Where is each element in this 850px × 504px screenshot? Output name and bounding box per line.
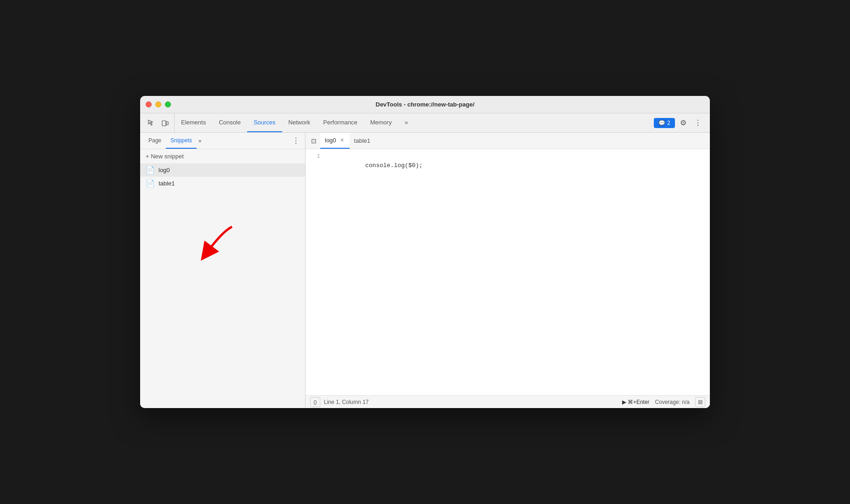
- sidebar-tab-snippets[interactable]: Snippets: [166, 133, 197, 149]
- line-numbers: 1: [306, 149, 324, 395]
- tab-performance[interactable]: Performance: [317, 113, 363, 132]
- editor-tab-bar: ⊡ log0 ✕ table1: [306, 133, 710, 149]
- sidebar-tab-page[interactable]: Page: [144, 133, 166, 149]
- editor-tab-label-log0: log0: [325, 137, 336, 144]
- more-options-button[interactable]: ⋮: [691, 117, 704, 129]
- sidebar-menu-button[interactable]: ⋮: [290, 135, 301, 146]
- code-editor[interactable]: 1 console.log($0);: [306, 149, 710, 395]
- snippet-name-table1: table1: [159, 180, 175, 187]
- sidebar: Page Snippets » ⋮ + New snippet 📄 log0 📄…: [140, 133, 306, 408]
- snippet-icon-table1: 📄: [146, 179, 155, 188]
- sidebar-tab-bar: Page Snippets » ⋮: [140, 133, 305, 149]
- minimize-button[interactable]: [155, 101, 161, 107]
- tab-elements[interactable]: Elements: [175, 113, 212, 132]
- status-bar-left: {} Line 1, Column 17: [310, 397, 368, 407]
- window-title: DevTools - chrome://new-tab-page/: [375, 101, 474, 108]
- main-tabs: Elements Console Sources Network Perform…: [175, 113, 650, 132]
- snippet-item-table1[interactable]: 📄 table1: [140, 177, 305, 190]
- line-number-1: 1: [306, 152, 320, 161]
- titlebar: DevTools - chrome://new-tab-page/: [140, 96, 710, 113]
- close-button[interactable]: [146, 101, 152, 107]
- tab-network[interactable]: Network: [282, 113, 317, 132]
- tab-sources[interactable]: Sources: [247, 113, 282, 132]
- code-line-1: console.log($0);: [365, 162, 423, 169]
- main-content: Page Snippets » ⋮ + New snippet 📄 log0 📄…: [140, 133, 710, 408]
- editor-tab-log0[interactable]: log0 ✕: [320, 133, 350, 149]
- editor-tab-close-log0[interactable]: ✕: [339, 137, 345, 144]
- maximize-button[interactable]: [165, 101, 171, 107]
- traffic-lights: [146, 101, 171, 107]
- run-button[interactable]: ▶ ⌘+Enter: [622, 399, 650, 405]
- status-bar-right: ▶ ⌘+Enter Coverage: n/a ▤: [622, 397, 705, 407]
- editor-tab-label-table1: table1: [354, 137, 370, 144]
- tab-console[interactable]: Console: [212, 113, 247, 132]
- chat-icon: 💬: [658, 120, 665, 126]
- toc-button[interactable]: ▤: [695, 397, 705, 407]
- sidebar-tab-more[interactable]: »: [197, 138, 204, 144]
- editor-toggle-button[interactable]: ⊡: [307, 134, 320, 147]
- cursor-position: Line 1, Column 17: [324, 399, 368, 405]
- snippet-icon-log0: 📄: [146, 166, 155, 174]
- status-bar: {} Line 1, Column 17 ▶ ⌘+Enter Coverage:…: [306, 395, 710, 408]
- new-snippet-button[interactable]: + New snippet: [140, 149, 305, 163]
- snippet-item-log0[interactable]: 📄 log0: [140, 163, 305, 177]
- messages-count: 2: [667, 120, 670, 126]
- toolbar-right-actions: 💬 2 ⚙ ⋮: [650, 117, 708, 129]
- arrow-annotation: [195, 222, 241, 265]
- toolbar-icon-group: [142, 113, 175, 132]
- messages-button[interactable]: 💬 2: [654, 118, 675, 128]
- settings-button[interactable]: ⚙: [677, 117, 690, 129]
- tab-more[interactable]: »: [398, 113, 414, 132]
- editor-tab-table1[interactable]: table1: [350, 133, 375, 149]
- coverage-label: Coverage: n/a: [655, 399, 690, 405]
- snippet-name-log0: log0: [159, 167, 170, 174]
- svg-rect-1: [166, 122, 168, 125]
- editor-area: ⊡ log0 ✕ table1 1 console.log($0);: [306, 133, 710, 408]
- svg-rect-0: [162, 121, 166, 126]
- tab-memory[interactable]: Memory: [364, 113, 398, 132]
- devtools-toolbar: Elements Console Sources Network Perform…: [140, 113, 710, 133]
- code-content[interactable]: console.log($0);: [324, 149, 710, 395]
- inspect-element-button[interactable]: [145, 117, 158, 129]
- format-button[interactable]: {}: [310, 397, 320, 407]
- device-toolbar-button[interactable]: [159, 117, 171, 129]
